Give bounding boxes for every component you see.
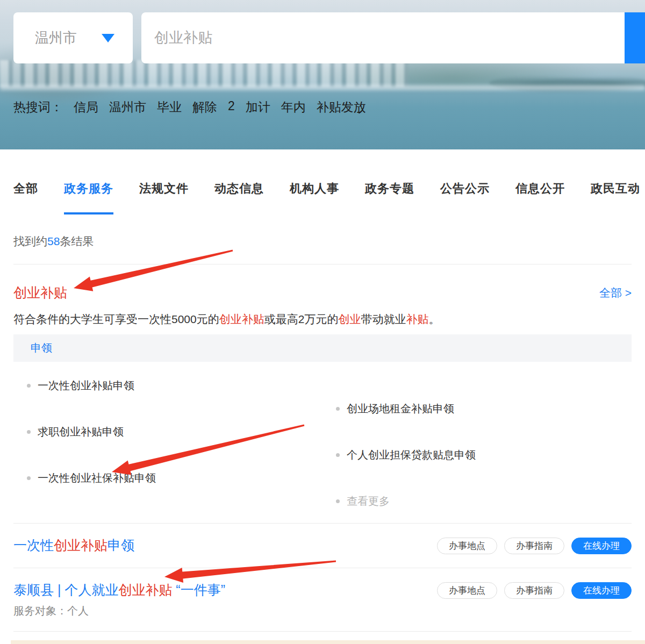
result-list: 一次性创业补贴申领 办事地点 办事指南 在线办理 泰顺县 | 个人就业创业补贴 …	[13, 523, 632, 644]
region-dropdown[interactable]: 温州市	[13, 12, 133, 63]
result-actions: 办事地点 办事指南 在线办理	[437, 538, 632, 554]
hot-search-word[interactable]: 温州市	[109, 99, 146, 116]
category-tab[interactable]: 政务服务	[64, 181, 113, 214]
service-item-link[interactable]: 一次性创业社保补贴申领	[13, 471, 322, 485]
text-segment: 服务对象：个人	[13, 605, 89, 617]
subtab-apply[interactable]: 申领	[31, 341, 52, 355]
guide-button[interactable]: 办事指南	[504, 538, 564, 554]
result-row-main: 一次性创业补贴申领	[13, 536, 134, 554]
hot-search-word[interactable]: 解除	[192, 99, 217, 116]
result-row: 一次性创业补贴申领 办事地点 办事指南 在线办理	[13, 523, 632, 568]
text-segment: 。	[428, 313, 440, 325]
text-segment: 或最高2万元的	[264, 313, 339, 325]
hot-search-word[interactable]: 年内	[281, 99, 306, 116]
hot-search-word[interactable]: 加计	[246, 99, 270, 116]
text-segment: 创业	[338, 313, 361, 325]
hot-search-label: 热搜词：	[13, 99, 63, 116]
result-count-suffix: 条结果	[60, 235, 94, 247]
text-segment: 带动就业	[361, 313, 406, 325]
hot-search-word[interactable]: 信局	[74, 99, 98, 116]
result-title-link[interactable]: 一次性创业补贴申领	[13, 536, 134, 554]
online-apply-button[interactable]: 在线办理	[571, 538, 632, 554]
result-title-link[interactable]: 泰顺县 | 个人就业创业补贴 “一件事”	[13, 581, 225, 599]
service-subtab-bar: 申领	[13, 334, 632, 362]
search-input[interactable]	[141, 12, 625, 63]
category-tab[interactable]: 机构人事	[290, 181, 339, 214]
divider	[13, 264, 632, 264]
caret-down-icon	[102, 34, 114, 42]
text-segment: 创业补贴	[118, 582, 172, 597]
text-segment: 一次性	[13, 538, 54, 553]
text-segment: 泰顺县 | 个人就业	[13, 582, 118, 597]
service-card-title[interactable]: 创业补贴	[13, 284, 67, 302]
service-card-description: 符合条件的大学生可享受一次性5000元的创业补贴或最高2万元的创业带动就业补贴。	[13, 312, 632, 326]
text-segment: 创业补贴	[219, 313, 264, 325]
result-actions: 办事地点 办事指南 在线办理	[437, 582, 632, 599]
hot-search-word[interactable]: 补贴发放	[317, 99, 366, 116]
view-more-link[interactable]: 查看更多	[322, 494, 632, 508]
service-card-header: 创业补贴 全部 >	[13, 284, 632, 302]
location-button[interactable]: 办事地点	[437, 538, 497, 554]
result-row: 泰顺县 | 个人就业创业补贴 “一件事” 服务对象：个人 办事地点 办事指南 在…	[13, 568, 632, 631]
result-count: 找到约58条结果	[13, 234, 632, 249]
text-segment: 申领	[108, 538, 134, 553]
category-tab[interactable]: 全部	[13, 181, 38, 214]
result-count-number: 58	[47, 235, 60, 247]
category-tab[interactable]: 动态信息	[214, 181, 264, 214]
service-item-link[interactable]: 求职创业补贴申领	[13, 425, 322, 439]
category-tab[interactable]: 法规文件	[139, 181, 189, 214]
banner-city-skyline	[0, 60, 408, 87]
content-area: 全部政务服务法规文件动态信息机构人事政务专题公告公示信息公开政民互动 找到约58…	[0, 149, 645, 644]
location-button[interactable]: 办事地点	[437, 582, 497, 599]
service-item-list: 一次性创业补贴申领创业场地租金补贴申领求职创业补贴申领个人创业担保贷款贴息申领一…	[13, 378, 632, 508]
search-button[interactable]	[625, 12, 645, 63]
result-subtitle: 服务对象：个人	[13, 604, 225, 618]
text-segment: 补贴	[406, 313, 428, 325]
text-segment: 符合条件的大学生可享受一次性5000元的	[13, 313, 219, 325]
category-tab[interactable]: 信息公开	[515, 181, 565, 214]
category-tabs: 全部政务服务法规文件动态信息机构人事政务专题公告公示信息公开政民互动	[13, 181, 632, 214]
service-item-link[interactable]: 个人创业担保贷款贴息申领	[322, 448, 632, 462]
banner-shoreline	[0, 85, 645, 90]
view-all-link[interactable]: 全部 >	[599, 285, 632, 300]
category-tab[interactable]: 政务专题	[365, 181, 414, 214]
category-tab[interactable]: 公告公示	[440, 181, 490, 214]
hot-search-word[interactable]: 2	[228, 99, 235, 116]
text-segment: 创业补贴	[54, 538, 108, 553]
region-dropdown-value: 温州市	[35, 28, 102, 47]
category-tab[interactable]: 政民互动	[591, 181, 640, 214]
guide-button[interactable]: 办事指南	[504, 582, 564, 599]
text-segment: “一件事”	[172, 582, 225, 597]
service-item-link[interactable]: 创业场地租金补贴申领	[322, 402, 632, 416]
hot-search-word[interactable]: 毕业	[157, 99, 182, 116]
result-row-main: 泰顺县 | 个人就业创业补贴 “一件事” 服务对象：个人	[13, 581, 225, 618]
hot-search-bar: 热搜词： 信局温州市毕业解除2加计年内补贴发放	[13, 99, 366, 116]
next-panel-edge	[11, 640, 645, 644]
result-count-prefix: 找到约	[13, 235, 47, 247]
online-apply-button[interactable]: 在线办理	[571, 582, 632, 599]
service-item-link[interactable]: 一次性创业补贴申领	[13, 378, 322, 392]
